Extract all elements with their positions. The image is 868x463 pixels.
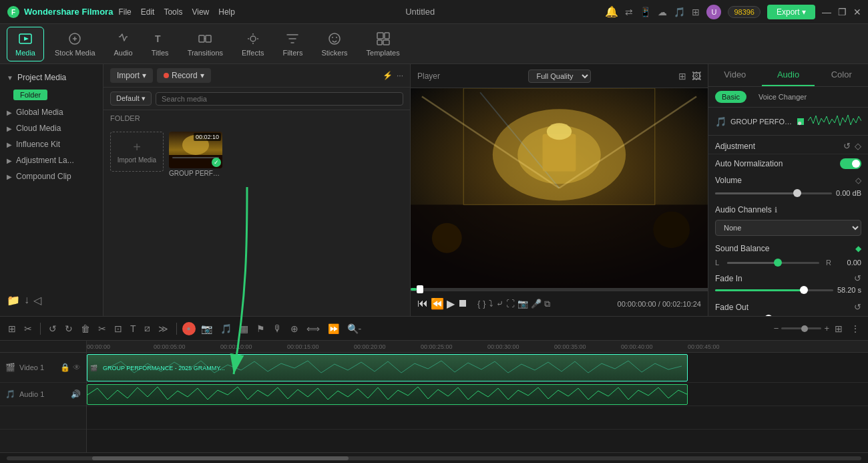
copy-btn[interactable]: ⊡ xyxy=(112,322,125,335)
maximize-button[interactable]: ❐ xyxy=(838,7,847,17)
video-track-1[interactable]: 🎬 GROUP PERFORMANCE - 2025 GRAMMY... xyxy=(87,353,868,383)
fade-out-thumb[interactable] xyxy=(765,315,773,316)
mark-out-icon[interactable]: } xyxy=(483,299,485,309)
bell-icon[interactable]: 🎵 xyxy=(674,7,685,17)
sound-balance-track[interactable] xyxy=(727,262,819,264)
fade-in-thumb[interactable] xyxy=(800,286,808,294)
export-button[interactable]: Media Export ▾ xyxy=(767,5,815,19)
zoom-thumb[interactable] xyxy=(801,325,808,332)
video-clip[interactable]: 🎬 GROUP PERFORMANCE - 2025 GRAMMY... xyxy=(87,354,688,381)
fade-in-track[interactable] xyxy=(715,289,833,291)
undo-btn[interactable]: ↺ xyxy=(46,322,59,335)
delete-btn[interactable]: 🗑 xyxy=(78,322,93,335)
zoom-out-btn[interactable]: 🔍- xyxy=(345,322,365,335)
menu-view[interactable]: View xyxy=(192,7,209,17)
sync-icon[interactable]: ⇄ xyxy=(625,7,633,17)
more-options-icon[interactable]: ··· xyxy=(397,71,403,80)
grid-icon[interactable]: ⊞ xyxy=(692,7,700,17)
video1-lock-icon[interactable]: 🔒 xyxy=(60,363,70,372)
append-icon[interactable]: ⤶ xyxy=(496,299,503,309)
nav-filters[interactable]: Filters xyxy=(274,27,310,61)
merge-btn[interactable]: ⊕ xyxy=(288,322,301,335)
sidebar-item-compound-clip[interactable]: ▶ Compound Clip xyxy=(0,168,103,184)
keyframe-icon[interactable]: ◇ xyxy=(855,141,861,151)
nav-effects[interactable]: Effects xyxy=(234,27,272,61)
stop-button[interactable]: ⏹ xyxy=(457,297,468,310)
pip-icon[interactable]: ⧉ xyxy=(544,299,550,309)
speed-btn[interactable]: ⏩ xyxy=(325,322,342,335)
record-button[interactable]: Record ▾ xyxy=(157,68,211,83)
filter-icon[interactable]: ⚡ xyxy=(383,71,393,80)
audio-track-1[interactable] xyxy=(87,383,868,406)
grid-view-icon[interactable]: ⊞ xyxy=(678,71,686,82)
fade-out-reset-icon[interactable]: ↺ xyxy=(854,302,861,312)
audio1-vol-icon[interactable]: 🔊 xyxy=(71,390,81,399)
scrollbar-thumb[interactable] xyxy=(92,456,349,460)
voice-btn[interactable]: 🎙 xyxy=(270,322,285,335)
insert-icon[interactable]: ⤵ xyxy=(489,299,493,309)
progress-thumb[interactable] xyxy=(417,285,423,293)
collapse-icon[interactable]: ◁ xyxy=(33,294,41,307)
play-button[interactable]: ▶ xyxy=(447,297,455,310)
sidebar-item-project-media[interactable]: ▼ Project Media xyxy=(0,69,103,86)
auto-normalization-toggle[interactable] xyxy=(840,158,861,169)
audio-clip[interactable] xyxy=(87,384,688,405)
volume-slider-thumb[interactable] xyxy=(793,189,801,197)
import-button[interactable]: Import ▾ xyxy=(110,68,153,83)
timeline-scrollbar[interactable] xyxy=(7,456,861,460)
crop-btn[interactable]: ✂ xyxy=(21,322,35,335)
more-btn[interactable]: ≫ xyxy=(156,322,171,335)
nav-audio[interactable]: Audio xyxy=(106,27,141,61)
phone-icon[interactable]: 📱 xyxy=(640,7,651,17)
camera-icon[interactable]: 📷 xyxy=(517,299,528,309)
import-icon[interactable]: ↓ xyxy=(24,294,29,307)
record-tl-btn[interactable]: ● xyxy=(182,322,196,335)
skip-back-icon[interactable]: ⏮ xyxy=(417,297,428,310)
fade-in-reset-icon[interactable]: ↺ xyxy=(854,273,861,283)
sidebar-item-adjustment[interactable]: ▶ Adjustment La... xyxy=(0,152,103,168)
grid-tl-btn[interactable]: ⊞ xyxy=(832,322,845,335)
import-media-tile[interactable]: + Import Media xyxy=(110,132,164,172)
subtab-basic[interactable]: Basic xyxy=(715,91,746,103)
reset-icon[interactable]: ↺ xyxy=(843,141,851,151)
folder-button[interactable]: Folder xyxy=(13,90,47,100)
audio-tl-btn[interactable]: 🎵 xyxy=(218,322,234,335)
sidebar-item-cloud-media[interactable]: ▶ Cloud Media xyxy=(0,120,103,136)
mark-in-icon[interactable]: { xyxy=(477,299,480,309)
nav-titles[interactable]: T Titles xyxy=(144,27,177,61)
snapshot-icon[interactable]: 🖼 xyxy=(692,71,701,82)
nav-templates[interactable]: Templates xyxy=(359,27,408,61)
cloud-upload-icon[interactable]: ☁ xyxy=(658,7,667,17)
tab-audio[interactable]: Audio xyxy=(762,64,815,86)
scene-detect-btn[interactable]: ⊞ xyxy=(5,322,19,335)
default-dropdown[interactable]: Default ▾ xyxy=(110,92,152,106)
snapshot-tl-btn[interactable]: 📷 xyxy=(198,322,215,335)
menu-tools[interactable]: Tools xyxy=(164,7,182,17)
tab-color[interactable]: Color xyxy=(815,64,868,86)
progress-bar[interactable] xyxy=(411,288,708,291)
menu-edit[interactable]: Edit xyxy=(141,7,155,17)
volume-slider-track[interactable] xyxy=(715,192,832,194)
close-button[interactable]: ✕ xyxy=(853,7,861,17)
audio-channels-select[interactable]: None xyxy=(715,220,861,236)
cut-btn[interactable]: ✂ xyxy=(95,322,109,335)
text-btn[interactable]: T xyxy=(128,322,139,335)
split-btn[interactable]: ⟺ xyxy=(304,322,322,335)
nav-stock-media[interactable]: Stock Media xyxy=(47,27,103,61)
notification-icon[interactable]: 🔔 xyxy=(605,5,618,18)
quality-dropdown[interactable]: Full Quality xyxy=(528,69,591,83)
menu-file[interactable]: File xyxy=(118,7,131,17)
sidebar-item-global-media[interactable]: ▶ Global Media xyxy=(0,104,103,120)
zoom-plus-icon[interactable]: + xyxy=(824,323,829,333)
tab-video[interactable]: Video xyxy=(708,64,762,86)
search-input[interactable] xyxy=(156,92,403,106)
nav-stickers[interactable]: Stickers xyxy=(313,27,355,61)
nav-media[interactable]: Media xyxy=(7,27,44,61)
mark-btn[interactable]: ⚑ xyxy=(254,322,268,335)
sound-balance-diamond-icon[interactable]: ◆ xyxy=(855,244,861,253)
step-back-icon[interactable]: ⏪ xyxy=(431,297,444,310)
redo-btn[interactable]: ↻ xyxy=(62,322,75,335)
options-tl-btn[interactable]: ⋮ xyxy=(848,322,863,335)
crop-tool-btn[interactable]: ⧄ xyxy=(142,321,153,335)
minimize-button[interactable]: — xyxy=(822,7,831,17)
